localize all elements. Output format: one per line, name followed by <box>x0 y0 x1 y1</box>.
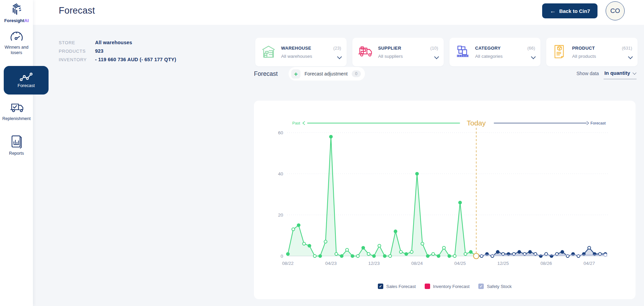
forecast-chart[interactable]: 020406008/2204/2312/2308/2404/2512/2508/… <box>254 101 636 299</box>
products-label: PRODUCTS <box>59 49 95 54</box>
chevron-down-icon[interactable] <box>434 54 439 59</box>
back-arrow-icon: ← <box>550 8 556 14</box>
sidebar-item-label: Replenishment <box>0 116 33 122</box>
show-data-control: Show data In quantity <box>576 70 637 79</box>
inventory-value: - 119 660 736 AUD (- 657 177 QTY) <box>95 57 176 62</box>
legend-label: Sales Forecast <box>386 284 416 289</box>
svg-text:Forecast: Forecast <box>590 121 606 125</box>
svg-text:08/22: 08/22 <box>282 261 294 266</box>
supplier-truck-icon <box>358 44 373 61</box>
forecast-chart-card: 020406008/2204/2312/2308/2404/2512/2508/… <box>254 101 636 299</box>
svg-text:04/25: 04/25 <box>454 261 466 266</box>
legend-sales-forecast[interactable]: ✓ Sales Forecast <box>378 284 416 289</box>
forecast-adjustment-label: Forecast adjustment <box>305 71 348 76</box>
line-chart-icon <box>19 72 33 82</box>
svg-text:40: 40 <box>278 171 283 176</box>
checkbox-checked-icon: ✓ <box>378 284 383 289</box>
main-content: STORE All warehouses PRODUCTS 923 INVENT… <box>33 25 644 306</box>
checkbox-checked-icon: ✓ <box>478 284 484 289</box>
supplier-selected-value: All suppliers <box>378 54 403 59</box>
filter-cards: WAREHOUSE (23) All warehouses <box>255 38 638 66</box>
plus-icon: + <box>291 69 300 79</box>
supplier-card-body: SUPPLIER (10) All suppliers <box>378 46 438 59</box>
svg-text:12/25: 12/25 <box>497 261 509 266</box>
chevron-down-icon[interactable] <box>628 54 633 59</box>
legend-safety-stock[interactable]: ✓ Safety Stock <box>478 284 512 289</box>
warehouse-selected-value: All warehouses <box>281 54 312 59</box>
product-doc-icon <box>552 44 567 61</box>
product-count: (631) <box>622 46 632 51</box>
sidebar-item-label: Forecast <box>18 83 35 88</box>
logo-wordmark: ForesightAI <box>0 18 33 23</box>
products-value: 923 <box>95 48 104 54</box>
warehouse-title: WAREHOUSE <box>281 46 311 51</box>
svg-text:0: 0 <box>280 254 283 259</box>
category-title: CATEGORY <box>475 46 501 51</box>
truck-check-icon <box>9 101 24 115</box>
category-count: (66) <box>527 46 535 51</box>
boxes-pallet-icon <box>455 44 471 61</box>
svg-text:Past: Past <box>292 121 300 125</box>
supplier-count: (10) <box>430 46 438 51</box>
legend-label: Safety Stock <box>487 284 512 289</box>
store-info-block: STORE All warehouses PRODUCTS 923 INVENT… <box>59 40 176 65</box>
sidebar-item-forecast[interactable]: Forecast <box>4 66 49 95</box>
sidebar-item-label: Reports <box>0 151 33 156</box>
warehouse-card-body: WAREHOUSE (23) All warehouses <box>281 46 341 59</box>
back-to-cin7-button[interactable]: ← Back to Cin7 <box>542 3 597 18</box>
legend-inventory-forecast[interactable]: Inventory Forecast <box>425 284 470 289</box>
show-data-value: In quantity <box>604 70 630 76</box>
store-value: All warehouses <box>95 40 132 45</box>
show-data-label: Show data <box>576 70 599 76</box>
info-row-products: PRODUCTS 923 <box>59 48 176 57</box>
svg-text:12/23: 12/23 <box>368 261 380 266</box>
chevron-down-icon <box>632 71 636 74</box>
svg-text:04/23: 04/23 <box>325 261 337 266</box>
checkbox-solid-icon <box>425 284 430 289</box>
warehouse-filter-card[interactable]: WAREHOUSE (23) All warehouses <box>255 38 347 66</box>
category-selected-value: All categories <box>475 54 503 59</box>
avatar-initials: CO <box>610 7 620 15</box>
store-label: STORE <box>59 40 95 45</box>
warehouse-count: (23) <box>333 46 341 51</box>
svg-text:20: 20 <box>278 213 283 218</box>
supplier-filter-card[interactable]: SUPPLIER (10) All suppliers <box>352 38 444 66</box>
sidebar: ForesightAI Winners and losers Forecast … <box>0 0 33 306</box>
warehouse-icon <box>261 44 276 61</box>
page-title: Forecast <box>59 5 95 16</box>
back-button-label: Back to Cin7 <box>559 8 590 14</box>
category-filter-card[interactable]: CATEGORY (66) All categories <box>449 38 541 66</box>
product-filter-card[interactable]: PRODUCT (631) All products <box>546 38 638 66</box>
svg-text:04/27: 04/27 <box>584 261 595 266</box>
svg-text:08/24: 08/24 <box>411 261 423 266</box>
svg-text:Today: Today <box>467 119 486 127</box>
category-card-body: CATEGORY (66) All categories <box>475 46 535 59</box>
info-row-store: STORE All warehouses <box>59 40 176 48</box>
product-title: PRODUCT <box>572 46 595 51</box>
gauge-icon <box>10 30 24 44</box>
chart-legend: ✓ Sales Forecast Inventory Forecast ✓ Sa… <box>254 284 636 289</box>
info-row-inventory: INVENTORY - 119 660 736 AUD (- 657 177 Q… <box>59 57 176 65</box>
sidebar-item-reports[interactable]: Reports <box>0 134 33 156</box>
legend-label: Inventory Forecast <box>433 284 470 289</box>
sidebar-item-label: Winners and losers <box>0 45 33 55</box>
app-logo[interactable]: ForesightAI <box>0 2 33 23</box>
chevron-down-icon[interactable] <box>531 54 536 59</box>
logo-icon <box>8 2 25 16</box>
inventory-label: INVENTORY <box>59 57 95 62</box>
svg-text:08/26: 08/26 <box>540 261 552 266</box>
report-doc-icon <box>10 134 24 150</box>
product-selected-value: All products <box>572 54 596 59</box>
forecast-adjustment-button[interactable]: + Forecast adjustment 0 <box>289 67 365 81</box>
product-card-body: PRODUCT (631) All products <box>572 46 632 59</box>
chevron-down-icon[interactable] <box>337 54 342 59</box>
forecast-section-title: Forecast <box>254 70 278 78</box>
svg-text:60: 60 <box>278 130 283 135</box>
adjustment-count-badge: 0 <box>352 70 361 77</box>
supplier-title: SUPPLIER <box>378 46 401 51</box>
avatar[interactable]: CO <box>606 1 625 20</box>
sidebar-item-replenishment[interactable]: Replenishment <box>0 101 33 122</box>
sidebar-item-winners-and-losers[interactable]: Winners and losers <box>0 30 33 55</box>
show-data-select[interactable]: In quantity <box>604 70 637 79</box>
top-bar: Forecast ← Back to Cin7 CO <box>33 0 644 25</box>
